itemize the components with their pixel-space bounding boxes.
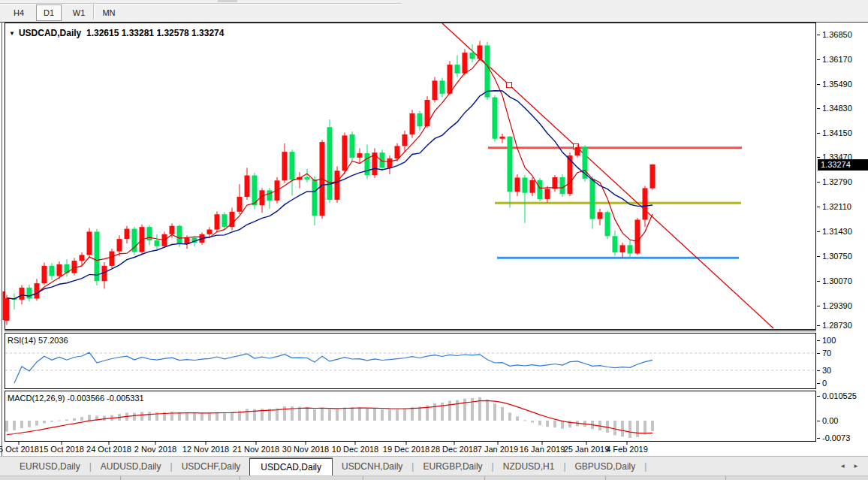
macd-histogram-bar [553,421,556,427]
macd-histogram-bar [418,406,421,421]
macd-histogram-bar [336,409,339,421]
candle [590,179,595,219]
macd-axis-label: 0.00 [822,416,838,425]
macd-histogram-bar [148,412,151,421]
symbol-tab-gbpusd[interactable]: GBPUSD,Daily [566,459,645,474]
timeframe-button-d1[interactable]: D1 [36,5,62,21]
price-axis-label: 1.32790 [822,177,852,186]
price-axis-tick [817,396,820,397]
price-axis-label: 1.31430 [822,227,852,236]
candle [305,177,310,180]
macd-histogram-bar [133,413,136,421]
candle [267,190,273,201]
candle [57,264,62,276]
price-axis-tick [817,84,820,85]
macd-histogram-bar [50,421,53,422]
candle [50,266,55,276]
macd-histogram-bar [396,409,399,421]
macd-histogram-bar [223,412,226,421]
macd-histogram-bar [433,403,436,421]
candle [245,176,250,198]
macd-histogram-bar [636,421,639,437]
candle [125,229,130,240]
taskbar-separator [725,476,726,480]
macd-histogram-bar [185,412,188,421]
timeframe-button-group: H4D1W1MN [6,5,122,21]
time-axis-label: 30 Nov 2018 [282,445,329,454]
macd-histogram-bar [486,400,489,421]
symbol-tab-usdcad[interactable]: USDCAD,Daily [249,458,333,477]
candle [177,226,182,244]
chart-ohlc-values: 1.32615 1.33281 1.32578 1.33274 [86,28,225,38]
timeframe-toolbar: H4D1W1MN [0,0,868,22]
symbol-tab-usdchf[interactable]: USDCHF,Daily [173,459,250,474]
macd-histogram-bar [546,421,549,427]
macd-histogram-bar [411,407,414,421]
candle [207,230,212,234]
symbol-tab-eurgbp[interactable]: EURGBP,Daily [414,459,491,474]
macd-histogram-bar [456,400,459,421]
chart-canvas[interactable] [0,22,868,456]
price-axis-tick [817,340,820,341]
macd-histogram-bar [193,413,196,421]
macd-histogram-bar [313,409,316,421]
macd-histogram-bar [88,415,91,421]
price-axis-label: 1.35490 [822,80,852,89]
macd-histogram-bar [140,412,143,421]
candle [455,65,460,74]
candle [432,80,438,100]
candle [620,245,625,252]
macd-histogram-bar [388,409,391,421]
toolbar-separator [93,4,94,20]
price-axis-label: 1.36170 [822,55,852,64]
price-axis-tick [817,207,820,207]
macd-histogram-bar [28,421,31,427]
macd-histogram-bar [103,416,106,421]
price-axis-tick [817,157,820,158]
candle [613,236,618,252]
rsi-axis-label: 100 [822,336,836,345]
candle [155,240,160,246]
candle [80,255,85,261]
rsi-axis-label: 30 [822,366,831,375]
candle [417,113,423,126]
timeframe-button-h4[interactable]: H4 [6,5,32,21]
time-axis-label: 19 Dec 2018 [383,445,429,454]
macd-histogram-bar [493,403,496,421]
symbol-tab-eurusd[interactable]: EURUSD,Daily [11,459,89,474]
time-axis-label: 25 Jan 2019 [564,445,610,454]
candle [327,127,333,200]
candle [485,45,490,97]
timeframe-button-w1[interactable]: W1 [66,5,92,21]
candle [463,53,468,74]
macd-histogram-bar [321,408,324,421]
macd-histogram-bar [448,401,451,421]
symbol-tab-usdcnh[interactable]: USDCNH,Daily [333,459,411,474]
timeframe-button-mn[interactable]: MN [96,5,122,21]
taskbar-strip[interactable] [0,475,868,480]
taskbar-separator [484,476,485,480]
candle [523,177,528,192]
candle [222,214,228,227]
price-axis-tick [817,182,820,183]
candle [515,177,520,192]
macd-histogram-bar [463,399,466,421]
taskbar-separator [363,476,363,480]
candle [493,98,498,139]
tab-scroll-left-icon[interactable]: ◄ [839,463,845,469]
chart-title: ▼USDCAD,Daily 1.32615 1.33281 1.32578 1.… [9,28,224,38]
macd-histogram-bar [231,412,234,421]
trendline-anchor-handle[interactable] [507,83,512,88]
price-axis-label: 1.30070 [822,276,852,285]
price-axis-label: 1.30750 [822,252,852,261]
symbol-tab-audusd[interactable]: AUDUSD,Daily [92,459,170,474]
macd-histogram-bar [538,421,541,425]
symbol-tab-nzdusd[interactable]: NZDUSD,H1 [494,459,564,474]
tab-scroll-right-icon[interactable]: ► [853,463,859,469]
macd-histogram-bar [5,421,8,432]
macd-histogram-bar [628,421,631,438]
price-axis-tick [817,133,820,134]
macd-histogram-bar [73,418,76,421]
price-axis-tick [817,35,820,35]
candle [387,158,393,168]
